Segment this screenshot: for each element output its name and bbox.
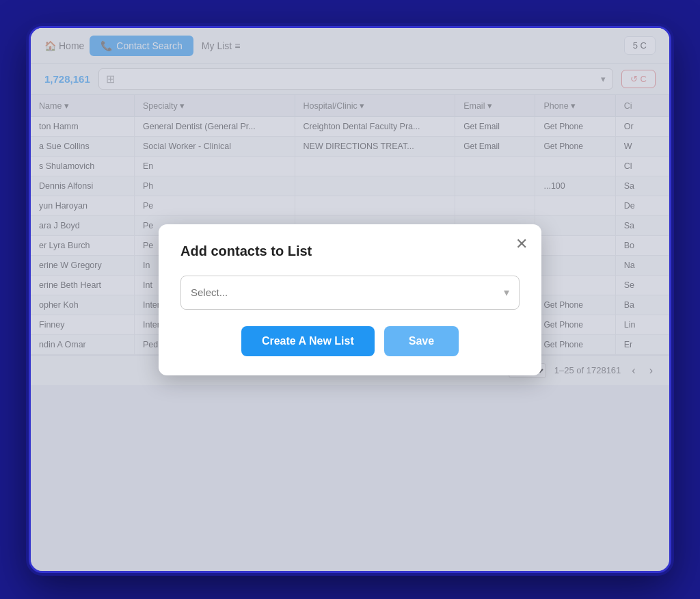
save-button[interactable]: Save	[384, 326, 459, 356]
modal-close-button[interactable]: ✕	[515, 237, 528, 252]
list-select-wrapper[interactable]: ▾	[180, 276, 520, 310]
modal-title: Add contacts to List	[180, 243, 520, 259]
modal-overlay: Add contacts to List ✕ ▾ Create A New Li…	[31, 28, 669, 571]
create-new-list-button[interactable]: Create A New List	[241, 326, 375, 356]
add-contacts-modal: Add contacts to List ✕ ▾ Create A New Li…	[159, 224, 541, 375]
modal-actions: Create A New List Save	[180, 326, 520, 356]
select-dropdown-arrow-icon: ▾	[504, 286, 509, 299]
list-select-input[interactable]	[191, 287, 504, 298]
app-container: 🏠 Home 📞 Contact Search My List ≡ 5 C 1,…	[29, 26, 671, 573]
